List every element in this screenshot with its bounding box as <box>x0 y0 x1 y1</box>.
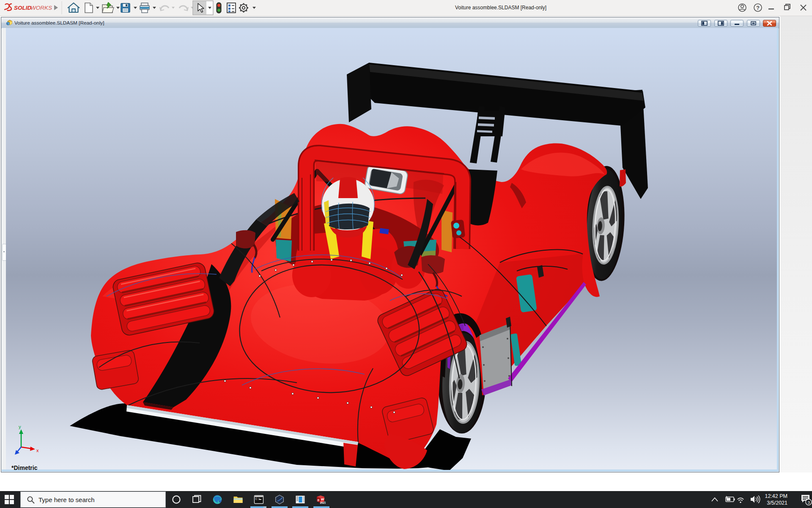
svg-text:?: ? <box>756 5 760 11</box>
svg-text:SOLID: SOLID <box>14 5 32 11</box>
svg-text:2021: 2021 <box>320 501 326 504</box>
svg-text:3: 3 <box>808 500 810 505</box>
svg-text:*Dimetric: *Dimetric <box>11 464 38 470</box>
svg-text:WORKS: WORKS <box>30 5 52 11</box>
svg-text:S: S <box>317 498 320 502</box>
svg-text:x: x <box>36 448 39 453</box>
svg-text:y: y <box>19 424 21 429</box>
